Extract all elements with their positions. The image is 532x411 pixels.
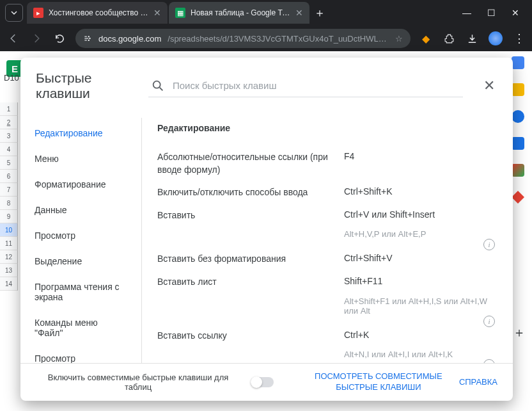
- shortcut-keys: Ctrl+K: [344, 330, 497, 340]
- shortcut-row: Включить/отключить способы вводаCtrl+Shi…: [157, 181, 497, 204]
- shortcut-label: Абсолютные/относительные ссылки (при вво…: [157, 151, 336, 176]
- row-header[interactable]: 6: [0, 170, 18, 183]
- svg-point-6: [153, 81, 160, 88]
- name-box[interactable]: D10: [4, 73, 19, 83]
- addon-icon[interactable]: [512, 191, 524, 204]
- dialog-title: Быстрые клавиши: [36, 70, 138, 101]
- bookmark-icon[interactable]: ☆: [395, 34, 403, 44]
- favicon-icon: ▸: [33, 8, 43, 18]
- calendar-icon[interactable]: [512, 56, 524, 69]
- sidebar-item[interactable]: Программа чтения с экрана: [20, 274, 141, 310]
- svg-rect-1: [84, 38, 88, 38]
- section-heading: Редактирование: [157, 123, 497, 133]
- row-header[interactable]: 8: [0, 197, 18, 210]
- add-panel-button[interactable]: ＋: [513, 324, 526, 341]
- shortcut-keys: F4: [344, 151, 497, 161]
- shortcut-label: Вставить ссылку: [157, 330, 336, 342]
- shortcut-row: Вставить без форматированияCtrl+Shift+V: [157, 248, 497, 271]
- dialog-footer: Включить совместимые быстрые клавиши для…: [20, 363, 513, 401]
- help-link[interactable]: СПРАВКА: [459, 377, 497, 388]
- row-header[interactable]: 7: [0, 183, 18, 197]
- sidebar-item[interactable]: Данные: [20, 197, 141, 223]
- keep-icon[interactable]: [512, 83, 524, 96]
- browser-toolbar: docs.google.com/spreadsheets/d/13VMS3JVc…: [0, 26, 532, 51]
- sidebar-item[interactable]: Просмотр: [20, 223, 141, 248]
- row-header[interactable]: 3: [0, 129, 18, 143]
- tab-title: Хостинговое сообщество «Tim: [49, 8, 148, 17]
- shortcut-row: Вставить листShift+F11: [157, 271, 497, 294]
- tab-title: Новая таблица - Google Табли: [191, 8, 290, 17]
- close-icon[interactable]: ✕: [153, 8, 161, 18]
- svg-point-3: [88, 36, 90, 37]
- shortcut-label: Вставить лист: [157, 276, 336, 289]
- row-header[interactable]: 14: [0, 277, 18, 291]
- sidebar-item[interactable]: Просмотр: [20, 346, 141, 363]
- search-icon: [151, 79, 165, 93]
- sidebar-item[interactable]: Редактирование: [20, 120, 141, 146]
- search-input[interactable]: [173, 80, 460, 91]
- shortcut-label: Вставить: [157, 209, 336, 222]
- maps-icon[interactable]: [512, 164, 524, 177]
- browser-titlebar: ▸ Хостинговое сообщество «Tim ✕ ▦ Новая …: [0, 0, 532, 26]
- shortcut-keys: Ctrl+Shift+V: [344, 253, 497, 263]
- address-bar[interactable]: docs.google.com/spreadsheets/d/13VMS3JVc…: [75, 29, 411, 48]
- close-dialog-button[interactable]: ✕: [481, 75, 497, 97]
- downloads-button[interactable]: [465, 32, 478, 45]
- url-path: /spreadsheets/d/13VMS3JVcGTMTxGUx4oT_uuD…: [168, 34, 389, 44]
- shortcut-row: Абсолютные/относительные ссылки (при вво…: [157, 146, 497, 181]
- row-header[interactable]: 5: [0, 156, 18, 170]
- favicon-icon: ▦: [175, 8, 185, 18]
- row-header[interactable]: 2: [0, 116, 18, 129]
- extension-icon[interactable]: ◆: [419, 32, 432, 45]
- row-header[interactable]: 10: [0, 223, 18, 237]
- keyboard-shortcuts-dialog: Быстрые клавиши ✕ РедактированиеМенюФорм…: [20, 58, 513, 401]
- contacts-icon[interactable]: [512, 137, 524, 150]
- shortcut-row: Вставить ссылкуCtrl+K: [157, 325, 497, 348]
- tasks-icon[interactable]: [512, 110, 524, 123]
- shortcut-keys: Ctrl+Shift+K: [344, 186, 497, 197]
- extensions-button[interactable]: [442, 32, 455, 45]
- url-domain: docs.google.com: [98, 34, 161, 44]
- sidebar-item[interactable]: Форматирование: [20, 172, 141, 197]
- view-compat-link[interactable]: ПОСМОТРЕТЬ СОВМЕСТИМЫЕ БЫСТРЫЕ КЛАВИШИ: [308, 371, 449, 393]
- new-tab-button[interactable]: ＋: [311, 4, 329, 22]
- browser-tab[interactable]: ▸ Хостинговое сообщество «Tim ✕: [27, 2, 168, 24]
- sidebar-item[interactable]: Выделение: [20, 248, 141, 274]
- row-header[interactable]: 11: [0, 237, 18, 250]
- svg-rect-2: [84, 40, 87, 40]
- close-icon[interactable]: ✕: [295, 8, 303, 18]
- row-header[interactable]: 1: [0, 102, 18, 116]
- svg-rect-0: [84, 36, 87, 37]
- shortcut-label: Вставить без форматирования: [157, 253, 336, 266]
- shortcut-alt-keys: Alt+H,V,P или Alt+E,Pi: [157, 227, 497, 248]
- compat-toggle-label: Включить совместимые быстрые клавиши для…: [36, 373, 240, 392]
- category-sidebar: РедактированиеМенюФорматированиеДанныеПр…: [20, 118, 142, 363]
- info-icon[interactable]: i: [483, 359, 495, 363]
- row-header[interactable]: 13: [0, 264, 18, 277]
- svg-point-5: [88, 40, 90, 41]
- row-header[interactable]: 9: [0, 210, 18, 223]
- maximize-button[interactable]: ☐: [485, 8, 497, 18]
- minimize-button[interactable]: ―: [460, 8, 473, 18]
- close-window-button[interactable]: ✕: [509, 8, 522, 18]
- profile-avatar[interactable]: [489, 31, 503, 45]
- back-button[interactable]: [6, 31, 20, 45]
- sidebar-item[interactable]: Меню: [20, 146, 141, 172]
- search-field-wrap: [148, 75, 463, 97]
- info-icon[interactable]: i: [483, 316, 495, 327]
- browser-tab[interactable]: ▦ Новая таблица - Google Табли ✕: [169, 2, 309, 24]
- shortcut-label: Включить/отключить способы ввода: [157, 186, 336, 199]
- sidebar-item[interactable]: Команды меню "Файл": [20, 310, 141, 346]
- shortcut-keys: Ctrl+V или Shift+Insert: [344, 209, 497, 220]
- reload-button[interactable]: [52, 31, 66, 45]
- shortcut-keys: Shift+F11: [344, 276, 497, 286]
- row-header[interactable]: 12: [0, 250, 18, 264]
- compat-toggle[interactable]: [251, 377, 274, 387]
- menu-button[interactable]: ⋮: [513, 32, 526, 45]
- row-headers: 1234567891011121314: [0, 102, 18, 291]
- site-settings-icon: [83, 34, 92, 43]
- tab-search-button[interactable]: [5, 4, 23, 22]
- row-header[interactable]: 4: [0, 143, 18, 156]
- svg-point-4: [89, 38, 90, 39]
- forward-button[interactable]: [29, 31, 43, 45]
